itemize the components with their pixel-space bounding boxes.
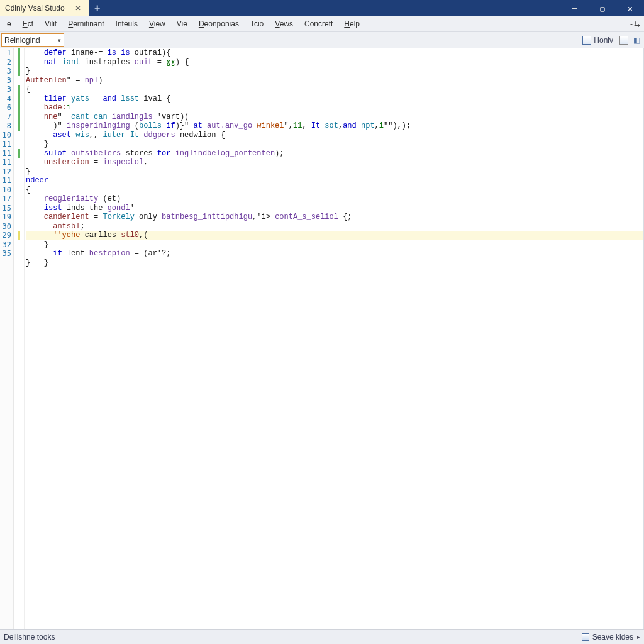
line-number: 17	[0, 194, 11, 204]
change-saved-mark	[18, 94, 20, 104]
configuration-combo[interactable]: Reinlogind ▾	[1, 33, 64, 47]
code-line[interactable]: }	[26, 140, 643, 149]
code-line[interactable]: canderlent = Torkely only batnbesg_intti…	[26, 213, 643, 222]
menu-vie[interactable]: Vie	[171, 18, 193, 30]
menu-tcio[interactable]: Tcio	[245, 18, 269, 30]
line-number: 11	[0, 158, 11, 167]
code-area[interactable]: defer iname-= is is outrai){ nat iant in…	[25, 48, 644, 629]
panel-glyph-icon[interactable]: ◧	[633, 36, 640, 45]
menu-vews[interactable]: Vews	[269, 18, 299, 30]
close-window-button[interactable]: ✕	[616, 0, 644, 16]
code-line[interactable]: isst inds the gondl'	[26, 204, 643, 213]
code-line[interactable]: ndeer	[26, 176, 643, 186]
menu-ect[interactable]: Ect	[17, 18, 39, 30]
code-line[interactable]: unstercion = inspectol,	[26, 158, 643, 167]
document-tab[interactable]: Cdiniy Vsal Studo ✕	[0, 0, 89, 16]
code-editor[interactable]: 1233346781011111112111017151930293235 de…	[0, 48, 644, 629]
line-number: 3	[0, 85, 11, 94]
change-saved-mark	[18, 103, 20, 113]
line-number: 7	[0, 113, 11, 122]
code-line[interactable]: }	[26, 67, 643, 76]
code-line[interactable]: antsbl;	[26, 222, 643, 231]
line-number: 3	[0, 76, 11, 86]
line-number: 2	[0, 58, 11, 67]
document-tab-label: Cdiniy Vsal Studo	[5, 4, 65, 13]
code-line[interactable]: )" insperinlnging (bolls if)}" at aut.an…	[26, 121, 643, 131]
code-line[interactable]: bade:i	[26, 103, 643, 113]
code-line[interactable]: sulof outsibelers stores for inglindbelo…	[26, 149, 643, 158]
menu-concrett[interactable]: Concrett	[299, 18, 338, 30]
minimize-button[interactable]: ─	[561, 0, 589, 16]
code-line[interactable]: defer iname-= is is outrai){	[26, 48, 643, 58]
code-line[interactable]: if lent bestepion = (ar'?;	[26, 249, 643, 258]
change-none	[18, 140, 20, 149]
code-line[interactable]: reogleriaity (et)	[26, 194, 643, 204]
line-number: 11	[0, 140, 11, 149]
change-margin	[14, 48, 25, 629]
menu-vilit[interactable]: Vilit	[39, 18, 62, 30]
chevron-down-icon: ▾	[58, 37, 61, 43]
window-controls: ─ ▢ ✕	[561, 0, 644, 16]
change-none	[18, 158, 20, 167]
status-icon[interactable]	[582, 633, 589, 641]
change-none	[18, 186, 20, 195]
maximize-button[interactable]: ▢	[589, 0, 616, 16]
change-none	[18, 249, 20, 258]
menu-right-glyph-icon[interactable]: ⇆	[634, 19, 640, 28]
code-line[interactable]: aset wis,, iuter It ddgpers nedwlion {	[26, 131, 643, 140]
code-line[interactable]: {	[26, 186, 643, 195]
line-number: 29	[0, 231, 11, 240]
code-line[interactable]: Auttenlen" = npl)	[26, 76, 643, 86]
close-tab-icon[interactable]: ✕	[72, 4, 84, 13]
change-unsaved-mark	[18, 231, 20, 240]
code-line[interactable]: tlier yats = and lsst ival {	[26, 94, 643, 104]
line-number: 4	[0, 94, 11, 104]
line-number: 35	[0, 249, 11, 258]
code-line[interactable]: nne" cant can iandlngls 'vart)(	[26, 113, 643, 122]
change-none	[18, 194, 20, 204]
change-none	[18, 167, 20, 177]
line-number: 11	[0, 149, 11, 158]
status-right-text[interactable]: Seave kides	[592, 633, 633, 641]
menu-view[interactable]: View	[143, 18, 171, 30]
line-number: 10	[0, 186, 11, 195]
toolbar-right: Honiv ◧	[582, 36, 643, 45]
change-saved-mark	[18, 58, 20, 67]
change-none	[18, 222, 20, 231]
code-line[interactable]: } }	[26, 258, 643, 268]
panel-icon-2[interactable]	[619, 36, 628, 45]
configuration-combo-value: Reinlogind	[4, 36, 40, 45]
new-tab-button[interactable]: +	[89, 0, 106, 16]
code-line[interactable]: {	[26, 85, 643, 94]
menu-right-dash[interactable]: -	[630, 19, 633, 28]
change-saved-mark	[18, 48, 20, 58]
change-none	[18, 76, 20, 86]
menu-help[interactable]: Help	[338, 18, 365, 30]
menu-deonponias[interactable]: Deonponias	[193, 18, 245, 30]
status-caret-icon[interactable]: ▸	[637, 634, 640, 640]
menu-bar: eEctVilitPernitinantInteulsViewVieDeonpo…	[0, 16, 644, 32]
change-none	[18, 204, 20, 213]
change-saved-mark	[18, 85, 20, 94]
code-line[interactable]: }	[26, 167, 643, 177]
line-number: 10	[0, 131, 11, 140]
toolbar: Reinlogind ▾ Honiv ◧	[0, 32, 644, 48]
status-left-text: Dellishne tooks	[4, 633, 55, 641]
menu-inteuls[interactable]: Inteuls	[110, 18, 143, 30]
line-number: 19	[0, 213, 11, 222]
menu-e[interactable]: e	[1, 18, 17, 30]
menu-pernitinant[interactable]: Pernitinant	[62, 18, 109, 30]
change-none	[18, 131, 20, 140]
home-label[interactable]: Honiv	[594, 36, 613, 45]
change-none	[18, 240, 20, 250]
change-none	[18, 213, 20, 222]
code-line[interactable]: ''yehe carlles stl0,(	[26, 231, 643, 240]
code-line[interactable]: nat iant instraples cuit = ɣɣ) {	[26, 58, 643, 67]
change-saved-mark	[18, 67, 20, 76]
change-saved-mark	[18, 121, 20, 131]
line-number: 15	[0, 204, 11, 213]
status-bar: Dellishne tooks Seave kides ▸	[0, 629, 644, 644]
line-number: 32	[0, 240, 11, 250]
panel-icon[interactable]	[582, 36, 591, 45]
code-line[interactable]: }	[26, 240, 643, 250]
